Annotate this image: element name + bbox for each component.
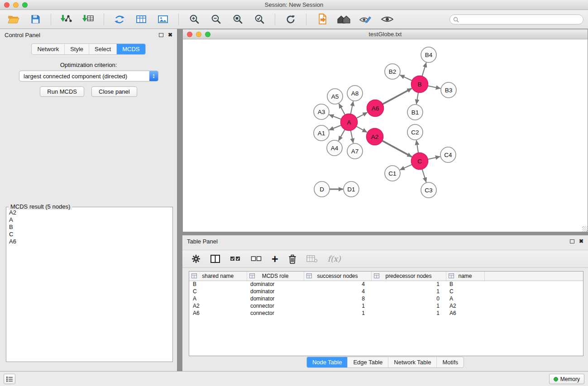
table-cell[interactable]: A	[446, 295, 484, 302]
table-cell[interactable]: 4	[304, 281, 371, 288]
close-panel-button[interactable]: Close panel	[91, 86, 137, 97]
tab-node-table[interactable]: Node Table	[307, 357, 348, 367]
edge-C-C3[interactable]	[422, 169, 426, 182]
network-canvas[interactable]: B4B2BB3A8A5A6A3B1AC2A1A2A4A7C4CC1C3DD1	[183, 39, 588, 232]
node-A4[interactable]: A4	[327, 140, 342, 156]
select-all-icon[interactable]	[230, 253, 241, 265]
table-cell[interactable]: dominator	[247, 288, 304, 295]
table-row[interactable]: Bdominator41B	[189, 281, 583, 288]
tab-motifs[interactable]: Motifs	[436, 357, 464, 367]
export-network-icon[interactable]	[111, 12, 128, 27]
table-cell[interactable]: A2	[446, 302, 484, 310]
node-D1[interactable]: D1	[344, 181, 359, 197]
node-B3[interactable]: B3	[441, 82, 456, 98]
delete-table-icon[interactable]	[306, 253, 318, 265]
add-column-icon[interactable]: +	[272, 253, 278, 265]
table-cell[interactable]: connector	[247, 310, 304, 317]
table-cell[interactable]: dominator	[247, 295, 304, 302]
node-C2[interactable]: C2	[407, 124, 423, 140]
zoom-in-icon[interactable]	[186, 12, 202, 27]
tab-network[interactable]: Network	[32, 44, 64, 54]
node-B4[interactable]: B4	[421, 47, 436, 62]
node-A7[interactable]: A7	[347, 143, 363, 159]
node-C4[interactable]: C4	[440, 147, 456, 162]
search-input[interactable]	[461, 15, 579, 24]
table-row[interactable]: A2connector11A2	[189, 302, 583, 310]
network-window-titlebar[interactable]: testGlobe.txt	[183, 29, 588, 39]
table-cell[interactable]: 1	[371, 310, 446, 317]
table-settings-gear-icon[interactable]	[191, 253, 201, 265]
edge-A-A4[interactable]	[339, 129, 345, 141]
export-table-icon[interactable]	[133, 12, 149, 27]
table-cell[interactable]: A2	[189, 302, 247, 310]
eye-pencil-icon[interactable]	[357, 12, 373, 27]
zoom-selected-icon[interactable]	[251, 12, 268, 27]
edge-B-B1[interactable]	[416, 92, 418, 104]
table-cell[interactable]: A6	[189, 310, 247, 317]
zoom-fit-icon[interactable]	[229, 12, 246, 27]
dropdown-stepper-icon[interactable]: ▲▼	[149, 71, 158, 81]
mcds-result-item[interactable]: C	[9, 231, 170, 238]
table-cell[interactable]: 1	[371, 281, 446, 288]
table-cell[interactable]: 4	[304, 288, 371, 295]
column-header-shared-name[interactable]: shared name	[189, 272, 247, 281]
table-cell[interactable]: 1	[371, 288, 446, 295]
column-header-MCDS-role[interactable]: MCDS role	[247, 272, 304, 281]
column-header-name[interactable]: name	[446, 272, 484, 281]
criterion-dropdown[interactable]: largest connected component (directed) ▲…	[19, 71, 158, 81]
edge-A-A3[interactable]	[329, 114, 341, 119]
mcds-result-item[interactable]: A2	[9, 209, 170, 216]
table-cell[interactable]: 1	[371, 302, 446, 310]
node-A8[interactable]: A8	[347, 86, 363, 101]
save-session-icon[interactable]	[27, 12, 43, 27]
node-C[interactable]: C	[411, 153, 428, 170]
node-C1[interactable]: C1	[385, 166, 400, 181]
mcds-result-item[interactable]: A	[9, 216, 170, 224]
node-B2[interactable]: B2	[385, 64, 400, 79]
node-A5[interactable]: A5	[327, 89, 343, 104]
table-cell[interactable]: A	[189, 295, 247, 302]
table-cell[interactable]: C	[446, 288, 484, 295]
edge-A-A6[interactable]	[356, 112, 367, 118]
open-file-icon[interactable]	[5, 12, 22, 27]
task-history-button[interactable]	[4, 374, 15, 384]
column-header-successor-nodes[interactable]: successor nodes	[304, 272, 371, 281]
tab-edge-table[interactable]: Edge Table	[347, 357, 388, 367]
node-C3[interactable]: C3	[421, 182, 436, 198]
node-B1[interactable]: B1	[407, 105, 423, 120]
eye-icon[interactable]	[379, 12, 395, 27]
edge-B-B2[interactable]	[400, 75, 412, 81]
node-A[interactable]: A	[341, 114, 358, 131]
mcds-result-item[interactable]: B	[9, 224, 170, 231]
table-cell[interactable]: 1	[304, 302, 371, 310]
edge-A6-B[interactable]	[382, 88, 412, 104]
import-network-icon[interactable]	[58, 12, 75, 27]
table-cell[interactable]: 8	[304, 295, 371, 302]
table-row[interactable]: A6connector11A6	[189, 310, 583, 317]
export-image-icon[interactable]	[155, 12, 171, 27]
node-A6[interactable]: A6	[367, 100, 384, 117]
table-cell[interactable]: 0	[371, 295, 446, 302]
edge-A-A5[interactable]	[339, 104, 345, 115]
edge-B-B4[interactable]	[422, 62, 426, 76]
float-panel-icon[interactable]	[570, 239, 574, 243]
table-cell[interactable]: B	[446, 281, 484, 288]
edge-C-C2[interactable]	[416, 140, 418, 153]
table-row[interactable]: Adominator80A	[189, 295, 583, 302]
document-arrow-icon[interactable]	[314, 12, 330, 27]
edge-A-A2[interactable]	[356, 126, 367, 132]
table-cell[interactable]: connector	[247, 302, 304, 310]
edge-C-C1[interactable]	[400, 165, 412, 170]
edge-A-A1[interactable]	[329, 125, 341, 130]
import-table-icon[interactable]	[80, 12, 96, 27]
node-B[interactable]: B	[411, 76, 428, 93]
node-A1[interactable]: A1	[314, 125, 329, 141]
run-mcds-button[interactable]: Run MCDS	[40, 86, 84, 97]
close-panel-icon[interactable]: ✖	[579, 238, 583, 244]
tab-style[interactable]: Style	[64, 44, 89, 54]
table-cell[interactable]: dominator	[247, 281, 304, 288]
table-row[interactable]: Cdominator41C	[189, 288, 583, 295]
edge-B-B3[interactable]	[428, 86, 440, 89]
tab-network-table[interactable]: Network Table	[388, 357, 436, 367]
mcds-result-item[interactable]: A6	[9, 238, 170, 245]
